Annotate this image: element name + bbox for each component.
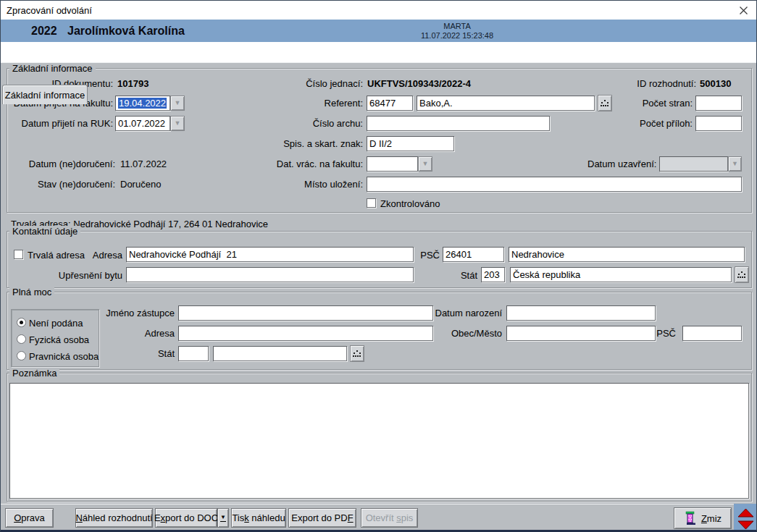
group-kontaktni-udaje-title: Kontaktní údaje xyxy=(9,226,80,237)
lookup-icon xyxy=(353,350,361,358)
export-do-doc-menu-button[interactable]: ▼ xyxy=(217,508,229,528)
jmeno-zastupce-input[interactable] xyxy=(178,305,433,321)
datum-prijeti-fakultu-field[interactable]: 19.04.2022 xyxy=(115,96,170,111)
stav-nedoruceni-value: Doručeno xyxy=(120,179,161,190)
dat-vrac-fakultu-label: Dat. vrác. na fakultu: xyxy=(276,159,363,169)
id-dokumentu-value: 101793 xyxy=(117,78,149,89)
kontakt-stat-code-input[interactable] xyxy=(481,267,505,282)
datum-prijeti-fakultu-selected-text: 19.04.2022 xyxy=(118,98,167,109)
appeal-processing-window: Zpracování odvolání 2022 Jarolímková Kar… xyxy=(0,0,757,532)
kontakt-psc-label: PSČ xyxy=(418,250,440,261)
plna-moc-psc-label: PSČ xyxy=(654,328,676,339)
dat-vrac-fakultu-field[interactable] xyxy=(367,156,418,172)
export-do-doc-button[interactable]: Export do DOC xyxy=(155,508,217,528)
session-info: MARTA 11.07.2022 15:23:48 xyxy=(348,22,566,41)
jmeno-zastupce-label: Jméno zástupce xyxy=(101,308,175,318)
datum-prijeti-ruk-label: Datum přijetí na RUK: xyxy=(7,118,113,129)
close-button[interactable] xyxy=(732,2,754,18)
datum-prijeti-fakultu-dropdown-button[interactable]: ▼ xyxy=(170,96,185,111)
plna-moc-adresa-input[interactable] xyxy=(178,326,433,341)
radio-pravnicka-osoba[interactable] xyxy=(17,351,26,360)
cislo-jednaci-value: UKFTVS/109343/2022-4 xyxy=(367,78,471,89)
nahled-rozhodnuti-button[interactable]: Náhled rozhodnutí xyxy=(75,508,153,528)
group-poznamka-title: Poznámka xyxy=(9,368,59,379)
plna-moc-stat-code-input[interactable] xyxy=(178,346,209,361)
record-person-name: Jarolímková Karolína xyxy=(67,25,185,38)
datum-uzavreni-dropdown-button[interactable]: ▼ xyxy=(728,156,742,172)
trvala-adresa-checkbox[interactable] xyxy=(14,250,23,259)
tisk-nahledu-button[interactable]: Tisk náhledu xyxy=(231,508,286,528)
plna-moc-stat-name-input[interactable] xyxy=(213,346,347,361)
oprava-button[interactable]: Oprava xyxy=(5,508,54,528)
datum-uzavreni-label: Datum uzavření: xyxy=(587,159,656,169)
chevron-down-icon: ▼ xyxy=(422,161,429,167)
chevron-down-icon: ▼ xyxy=(732,161,738,167)
pocet-stran-label: Počet stran: xyxy=(626,98,693,109)
zmiz-exit-icon xyxy=(684,511,697,525)
kontakt-psc-input[interactable] xyxy=(443,247,504,262)
spis-skart-znak-input[interactable] xyxy=(367,136,454,151)
group-zakladni-informace-title: Základní informace xyxy=(9,63,96,74)
dropdown-underline-arrow-icon: ▼ xyxy=(220,515,226,522)
datum-prijeti-ruk-dropdown-button[interactable]: ▼ xyxy=(170,116,185,131)
radio-neni-podana-label: Není podána xyxy=(29,318,83,329)
radio-neni-podana[interactable] xyxy=(17,318,26,327)
kontakt-stat-name-input[interactable] xyxy=(510,267,732,282)
datum-uzavreni-field[interactable] xyxy=(659,156,728,172)
plna-moc-psc-input[interactable] xyxy=(682,326,742,341)
datum-narozeni-label: Datum narození xyxy=(433,308,502,318)
referent-label: Referent: xyxy=(319,98,363,109)
record-year: 2022 xyxy=(31,25,57,38)
red-up-arrow-icon xyxy=(737,508,754,518)
id-rozhodnuti-label: ID rozhodnutí: xyxy=(630,78,696,89)
datum-nedoruceni-value: 11.07.2022 xyxy=(120,159,167,169)
plna-moc-stat-label: Stát xyxy=(153,348,175,359)
next-record-button[interactable] xyxy=(737,520,754,529)
datum-prijeti-ruk-text: 01.07.2022 xyxy=(118,118,165,129)
radio-pravnicka-osoba-label: Pravnická osoba xyxy=(29,351,99,362)
tab-zakladni-informace[interactable]: Základní informace xyxy=(2,85,88,104)
plna-moc-stat-lookup-button[interactable] xyxy=(350,345,364,362)
dat-vrac-fakultu-dropdown-button[interactable]: ▼ xyxy=(418,156,432,172)
kontakt-adresa-label: Adresa xyxy=(88,250,122,261)
referent-name-input[interactable] xyxy=(417,96,595,111)
kontakt-adresa-input[interactable] xyxy=(126,247,414,262)
kontakt-stat-label: Stát xyxy=(451,270,477,281)
datum-narozeni-input[interactable] xyxy=(506,305,656,321)
tab-bar: Základní informace Rozhodnutí Příchozí d… xyxy=(1,42,757,62)
pocet-priloh-input[interactable] xyxy=(695,116,742,131)
upresneni-bytu-label: Upřesnění bytu xyxy=(55,270,122,281)
trvala-adresa-checkbox-label: Trvalá adresa xyxy=(28,250,85,261)
group-plna-moc-title: Plná moc xyxy=(9,287,54,297)
stav-nedoruceni-label: Stav (ne)doručení: xyxy=(7,179,115,190)
misto-ulozeni-input[interactable] xyxy=(367,177,742,192)
plna-moc-adresa-label: Adresa xyxy=(138,328,175,339)
kontakt-obec-input[interactable] xyxy=(509,247,745,262)
previous-record-button[interactable] xyxy=(737,507,754,517)
lookup-icon xyxy=(737,271,746,279)
title-bar: Zpracování odvolání xyxy=(1,1,757,20)
datum-prijeti-ruk-field[interactable]: 01.07.2022 xyxy=(115,116,170,131)
session-user: MARTA xyxy=(348,22,566,31)
radio-fyzicka-osoba[interactable] xyxy=(17,334,26,344)
spis-skart-znak-label: Spis. a skart. znak: xyxy=(283,138,363,149)
otevrit-spis-button[interactable]: Otevřít spis xyxy=(361,508,418,528)
upresneni-bytu-input[interactable] xyxy=(126,267,414,282)
export-do-pdf-button[interactable]: Export do PDF xyxy=(288,508,356,528)
radio-fyzicka-osoba-label: Fyzická osoba xyxy=(29,334,89,345)
cislo-jednaci-label: Číslo jednací: xyxy=(294,78,363,89)
zkontrolovano-label: Zkontrolováno xyxy=(380,198,440,209)
referent-code-input[interactable] xyxy=(367,96,413,111)
poznamka-textarea[interactable] xyxy=(9,383,749,499)
zkontrolovano-checkbox[interactable] xyxy=(367,198,376,208)
obec-mesto-input[interactable] xyxy=(506,326,656,341)
datum-nedoruceni-label: Datum (ne)doručení: xyxy=(7,159,115,169)
chevron-down-icon: ▼ xyxy=(175,120,181,127)
zmiz-button[interactable]: Zmiz xyxy=(674,507,732,529)
chevron-down-icon: ▼ xyxy=(175,100,181,106)
pocet-stran-input[interactable] xyxy=(695,96,742,111)
obec-mesto-label: Obec/Město xyxy=(444,328,502,339)
referent-lookup-button[interactable] xyxy=(598,95,612,111)
kontakt-stat-lookup-button[interactable] xyxy=(735,266,749,283)
cislo-archu-input[interactable] xyxy=(367,116,550,131)
